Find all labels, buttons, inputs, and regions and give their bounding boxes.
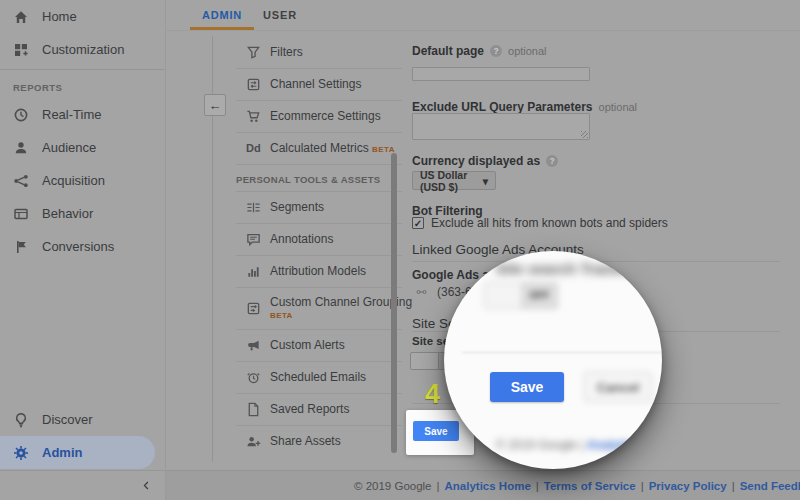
megaphone-icon [246, 338, 261, 353]
behavior-icon [13, 206, 29, 222]
footer-link-analytics-home[interactable]: Analytics Home [445, 480, 531, 492]
sidebar-item-label: Admin [42, 445, 82, 460]
settings-item-attribution-models[interactable]: Attribution Models [213, 255, 404, 287]
sidebar-item-discover[interactable]: Discover [0, 403, 165, 436]
settings-item-label: Filters [270, 45, 303, 59]
save-button[interactable]: Save [413, 421, 459, 441]
bot-filtering-checkbox[interactable]: ✓ [412, 217, 424, 229]
magnified-cancel-button[interactable]: Cancel [584, 372, 652, 402]
gear-icon [13, 445, 29, 461]
document-icon [246, 402, 261, 417]
sidebar-item-real-time[interactable]: Real-Time [0, 98, 165, 131]
clock-icon [13, 107, 29, 123]
link-icon [414, 286, 429, 298]
sidebar-item-label: Audience [42, 140, 96, 155]
customization-icon [13, 42, 29, 58]
settings-item-label: Share Assets [270, 434, 341, 448]
sidebar-item-acquisition[interactable]: Acquisition [0, 164, 165, 197]
magnified-divider [462, 352, 662, 353]
bot-filtering-checkbox-label: Exclude all hits from known bots and spi… [431, 216, 668, 230]
channel-settings-icon [246, 77, 261, 92]
sidebar-item-conversions[interactable]: Conversions [0, 230, 165, 263]
footer-link-send-feedback[interactable]: Send Feedback [740, 480, 800, 492]
back-arrow-icon: ← [209, 98, 222, 113]
tutorial-step-number: 4 [425, 379, 440, 410]
lightbulb-icon [13, 412, 29, 428]
toggle-on-segment[interactable] [410, 352, 439, 370]
settings-item-label: Scheduled Emails [270, 370, 366, 384]
alarm-clock-icon [246, 370, 261, 385]
bar-chart-icon [246, 264, 261, 279]
settings-item-label: Segments [270, 200, 324, 214]
left-sidebar: Home Customization REPORTS Real-Time Aud… [0, 0, 166, 500]
settings-item-label: Custom Alerts [270, 338, 345, 352]
channel-grouping-icon [246, 301, 261, 316]
settings-item-channel-settings[interactable]: Channel Settings [213, 68, 404, 100]
optional-hint: optional [599, 101, 638, 113]
tab-bar: ADMIN USER [166, 0, 800, 31]
sidebar-item-home[interactable]: Home [0, 0, 165, 33]
help-icon[interactable]: ? [490, 45, 502, 57]
check-icon: ✓ [414, 218, 422, 229]
settings-item-share-assets[interactable]: Share Assets [213, 425, 404, 457]
resize-handle[interactable] [581, 131, 588, 138]
collapse-panel-button[interactable]: ← [204, 94, 226, 116]
settings-item-custom-channel-grouping[interactable]: Custom Channel GroupingBETA [213, 287, 404, 329]
settings-item-saved-reports[interactable]: Saved Reports [213, 393, 404, 425]
currency-label: Currency displayed as ? [412, 154, 558, 168]
bot-filtering-row: ✓ Exclude all hits from known bots and s… [412, 216, 668, 230]
person-icon [13, 140, 29, 156]
calculated-metrics-icon: Dd [246, 142, 261, 154]
magnified-toggle: OFF [484, 282, 558, 309]
footer-link-terms-of-service[interactable]: Terms of Service [544, 480, 636, 492]
settings-item-scheduled-emails[interactable]: Scheduled Emails [213, 361, 404, 393]
settings-item-annotations[interactable]: Annotations [213, 223, 404, 255]
page-footer: © 2019 Google | Analytics Home | Terms o… [166, 470, 800, 500]
magnified-save-button[interactable]: Save [490, 372, 564, 402]
acquisition-icon [13, 173, 29, 189]
footer-links-row: © 2019 Google | Analytics Home | Terms o… [378, 471, 800, 500]
sidebar-collapse-bar [0, 470, 165, 500]
exclude-params-label: Exclude URL Query Parameters optional [412, 100, 637, 114]
sidebar-item-behavior[interactable]: Behavior [0, 197, 165, 230]
settings-item-label: Annotations [270, 232, 333, 246]
chevron-down-icon: ▾ [483, 175, 488, 187]
active-tab-indicator [190, 27, 254, 30]
help-icon[interactable]: ? [546, 155, 558, 167]
settings-scrollbar-thumb[interactable] [391, 153, 397, 453]
tab-user[interactable]: USER [256, 0, 304, 30]
segments-icon [246, 200, 261, 215]
ga-admin-page: Home Customization REPORTS Real-Time Aud… [0, 0, 800, 500]
sidebar-item-admin[interactable]: Admin [0, 436, 155, 469]
chevron-left-icon[interactable] [141, 480, 152, 491]
speech-bubble-icon [246, 232, 261, 247]
settings-item-calculated-metrics[interactable]: Dd Calculated Metrics BETA [213, 132, 404, 164]
tab-admin[interactable]: ADMIN [190, 0, 254, 30]
sidebar-item-label: Conversions [42, 239, 114, 254]
sidebar-item-customization[interactable]: Customization [0, 33, 165, 66]
settings-item-segments[interactable]: Segments [213, 191, 404, 223]
flag-icon [13, 239, 29, 255]
default-page-label: Default page ? optional [412, 44, 547, 58]
exclude-params-textarea[interactable] [412, 113, 590, 140]
settings-item-label: Saved Reports [270, 402, 349, 416]
sidebar-item-label: Customization [42, 42, 124, 57]
sidebar-item-audience[interactable]: Audience [0, 131, 165, 164]
person-add-icon [246, 434, 261, 449]
tutorial-magnifier-circle: Site search Tracking OFF Save Cancel © 2… [444, 251, 662, 469]
magnified-toggle-off-segment: OFF [522, 282, 559, 309]
settings-item-ecommerce-settings[interactable]: Ecommerce Settings [213, 100, 404, 132]
footer-link-privacy-policy[interactable]: Privacy Policy [649, 480, 727, 492]
sidebar-bottom: Discover Admin [0, 403, 165, 469]
settings-item-filters[interactable]: Filters [213, 36, 404, 68]
copyright-text: © 2019 Google [354, 480, 432, 492]
currency-dropdown[interactable]: US Dollar (USD $) ▾ [412, 171, 496, 190]
sidebar-item-label: Discover [42, 412, 93, 427]
settings-section-personal-tools: PERSONAL TOOLS & ASSETS [213, 164, 404, 191]
sidebar-divider [0, 69, 165, 70]
sidebar-item-label: Real-Time [42, 107, 101, 122]
home-icon [13, 9, 29, 25]
filter-icon [246, 45, 261, 60]
default-page-input[interactable] [412, 67, 590, 81]
settings-item-custom-alerts[interactable]: Custom Alerts [213, 329, 404, 361]
